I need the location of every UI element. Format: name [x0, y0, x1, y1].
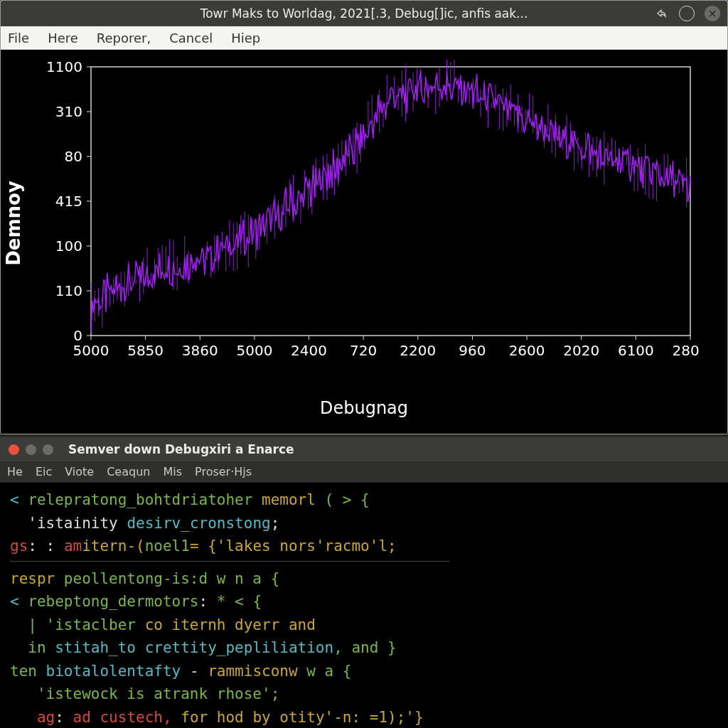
code-token: w a {	[298, 663, 352, 680]
svg-text:960: 960	[459, 342, 486, 359]
code-token: for hod by otity'-n: =1);'}	[172, 709, 424, 726]
editor-titlebar[interactable]: Semver down Debugxiri a Enarce	[0, 437, 728, 461]
editor-window-title: Semver down Debugxiri a Enarce	[68, 442, 294, 456]
plot-area: Demnoy 1100310804151001100 5000585038605…	[1, 50, 727, 434]
svg-text:1100: 1100	[46, 60, 82, 75]
code-token: relepratong_bohtdriatoher	[28, 491, 252, 508]
menu2-proser[interactable]: Proser·Hjs	[195, 465, 252, 478]
code-token: in	[10, 639, 55, 656]
menu-file[interactable]: File	[8, 31, 29, 46]
editor-menubar: He Eic Viote Ceaqun Mis Proser·Hjs	[0, 461, 728, 483]
code-token: ten	[10, 663, 46, 680]
svg-text:2200: 2200	[400, 342, 436, 359]
menu2-ceaqun[interactable]: Ceaqun	[107, 465, 150, 478]
code-token: : :	[28, 537, 64, 555]
code-token: peollentong-is:d w n a {	[55, 570, 279, 587]
menu2-eic[interactable]: Eic	[36, 465, 52, 478]
svg-text:2400: 2400	[291, 342, 327, 359]
code-token: , and }	[333, 639, 397, 656]
code-token: biotalolentafty	[46, 663, 181, 680]
code-token: <	[10, 593, 28, 610]
svg-text:80: 80	[65, 148, 82, 165]
code-token: ( > {	[325, 491, 370, 508]
code-token: 'istewock is atrank rhose';	[10, 685, 279, 702]
code-token: ad custech,	[73, 709, 172, 726]
code-token: :	[55, 709, 73, 726]
code-token: co iternh dyerr and	[145, 616, 316, 633]
editor-window: Semver down Debugxiri a Enarce He Eic Vi…	[0, 434, 728, 728]
share-icon[interactable]	[653, 6, 669, 21]
plot-menubar: File Here Reporer, Cancel Hiep	[1, 26, 727, 50]
svg-text:310: 310	[55, 103, 82, 120]
code-token: respr	[10, 570, 55, 587]
code-area[interactable]: < relepratong_bohtdriatoher memorl ( > {…	[0, 483, 728, 728]
code-token: 'istainity	[10, 515, 127, 532]
code-token: -	[181, 663, 208, 680]
code-token: desirv_cronstong	[127, 515, 270, 532]
svg-text:100: 100	[55, 237, 82, 255]
plot-window: Towr Maks to Worldag, 2021[.3, Debug[]ic…	[0, 0, 728, 434]
code-token: am	[64, 537, 82, 555]
max-dot-icon[interactable]	[43, 444, 53, 455]
code-divider	[10, 561, 449, 562]
svg-rect-0	[91, 67, 690, 336]
code-token: * < {	[217, 593, 262, 610]
close-dot-icon[interactable]	[9, 444, 19, 455]
code-token: stitah_to crettity_pepliliation	[55, 639, 333, 656]
svg-text:6100: 6100	[618, 342, 654, 359]
code-token: <	[10, 491, 28, 508]
close-icon[interactable]: ✕	[705, 6, 720, 21]
svg-text:2600: 2600	[509, 342, 545, 359]
svg-text:2020: 2020	[563, 342, 599, 359]
chart-ylabel: Demnoy	[3, 181, 24, 266]
min-dot-icon[interactable]	[26, 444, 36, 455]
svg-text:5850: 5850	[127, 342, 164, 359]
code-token: itern-(	[82, 537, 145, 555]
code-token: gs	[10, 537, 28, 555]
code-token: rammisconw	[208, 663, 297, 680]
menu-cancel[interactable]: Cancel	[169, 31, 213, 46]
svg-text:415: 415	[55, 193, 82, 210]
code-token: memorl	[252, 491, 324, 508]
chart-xlabel: Debugnag	[16, 398, 712, 418]
plot-window-title: Towr Maks to Worldag, 2021[.3, Debug[]ic…	[200, 6, 528, 21]
menu-hiep[interactable]: Hiep	[231, 31, 260, 46]
menu2-mis[interactable]: Mis	[163, 465, 182, 478]
svg-text:2800: 2800	[673, 342, 699, 359]
svg-text:3860: 3860	[182, 342, 218, 359]
svg-text:5000: 5000	[236, 342, 272, 359]
menu2-viote[interactable]: Viote	[65, 465, 94, 478]
menu2-he[interactable]: He	[7, 465, 23, 478]
svg-text:110: 110	[55, 282, 82, 299]
code-token: = {'lakes nors'racmo'l;	[190, 537, 397, 555]
code-token: ag	[37, 709, 55, 726]
minimize-icon[interactable]	[679, 6, 695, 21]
traffic-lights	[9, 444, 53, 455]
code-token	[10, 709, 37, 726]
svg-text:720: 720	[350, 342, 377, 359]
menu-here[interactable]: Here	[48, 31, 78, 46]
chart-svg: 1100310804151001100 50005850386050002400…	[16, 60, 699, 387]
svg-text:5000: 5000	[73, 342, 109, 359]
code-token: | 'istaclber	[10, 616, 145, 633]
code-token: ;	[271, 515, 280, 532]
code-token: :	[199, 593, 217, 610]
code-token: noel1	[145, 537, 190, 555]
menu-reporer[interactable]: Reporer,	[97, 31, 151, 46]
plot-window-titlebar[interactable]: Towr Maks to Worldag, 2021[.3, Debug[]ic…	[1, 1, 727, 26]
code-token: rebeptong_dermotors	[28, 593, 198, 610]
